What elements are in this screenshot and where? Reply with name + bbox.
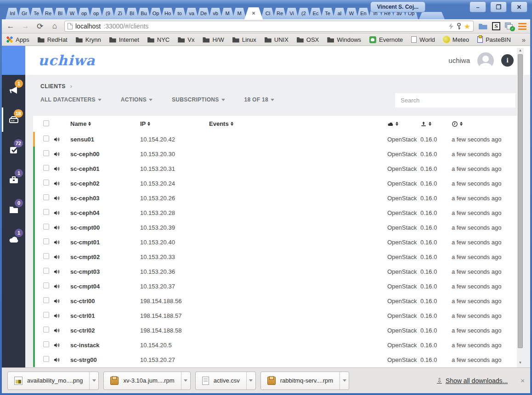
bookmark-item[interactable]: World xyxy=(411,36,435,43)
browser-tab[interactable]: Te xyxy=(321,7,334,19)
row-checkbox[interactable] xyxy=(43,135,49,141)
row-checkbox[interactable] xyxy=(43,356,49,362)
sidebar-item-aggregates[interactable]: 1 xyxy=(2,164,25,194)
browser-tab[interactable]: Inl xyxy=(6,7,19,19)
client-name[interactable]: sc-instack xyxy=(70,342,140,349)
bookmark-item[interactable]: Meteo xyxy=(443,36,469,43)
silence-icon[interactable] xyxy=(53,254,70,260)
download-menu-caret[interactable] xyxy=(340,372,349,389)
silence-icon[interactable] xyxy=(53,209,70,216)
silence-icon[interactable] xyxy=(53,180,70,187)
back-icon[interactable]: ← xyxy=(6,22,16,31)
bookmark-item[interactable]: Evernote xyxy=(369,36,403,43)
silence-icon[interactable] xyxy=(53,195,70,202)
bookmark-item[interactable]: Krynn xyxy=(76,36,101,43)
download-item[interactable]: rabbitmq-serv....rpm xyxy=(260,372,349,390)
silence-icon[interactable] xyxy=(53,224,70,231)
silence-icon[interactable] xyxy=(53,283,70,290)
client-row[interactable]: sc-cmpt00 10.153.20.39 OpenStack 0.16.0 … xyxy=(33,220,517,235)
client-row[interactable]: sc-cmpt02 10.153.20.33 OpenStack 0.16.0 … xyxy=(33,249,517,264)
column-name[interactable]: Name xyxy=(70,120,140,127)
select-all-checkbox[interactable] xyxy=(43,120,49,126)
home-icon[interactable]: ⌂ xyxy=(50,22,60,31)
client-row[interactable]: sc-ctrl02 198.154.188.58 OpenStack 0.16.… xyxy=(33,323,517,338)
browser-tab[interactable]: W xyxy=(345,7,358,19)
client-name[interactable]: sc-strg00 xyxy=(70,356,140,363)
client-name[interactable]: sc-ctrl00 xyxy=(70,298,140,305)
browser-menu-icon[interactable] xyxy=(518,23,526,30)
sidebar-item-checks[interactable]: 72 xyxy=(2,135,25,164)
browser-tab[interactable]: Ho xyxy=(161,7,175,19)
column-datacenter[interactable] xyxy=(387,121,420,127)
scroll-down-icon[interactable]: ▼ xyxy=(519,360,522,366)
client-name[interactable]: sc-ceph02 xyxy=(70,180,140,187)
row-checkbox[interactable] xyxy=(43,253,49,259)
row-checkbox[interactable] xyxy=(43,180,49,186)
browser-tab[interactable]: va xyxy=(185,7,198,19)
sidebar-item-stashes[interactable]: 0 xyxy=(2,194,25,224)
browser-tab[interactable]: Bl xyxy=(125,7,139,19)
client-row[interactable]: sc-ceph02 10.153.20.24 OpenStack 0.16.0 … xyxy=(33,176,517,191)
browser-tab[interactable]: (2 xyxy=(297,7,311,19)
bookmark-item[interactable]: Linux xyxy=(232,36,256,43)
browser-tab[interactable]: to xyxy=(173,7,187,19)
minimize-button[interactable]: – xyxy=(470,1,486,12)
silence-icon[interactable] xyxy=(53,151,70,158)
silence-icon[interactable] xyxy=(53,342,70,349)
filter-datacenters[interactable]: ALL DATACENTERS xyxy=(40,96,102,103)
download-item[interactable]: xv-3.10a.jum....rpm xyxy=(103,372,190,390)
browser-tab[interactable]: Re xyxy=(273,7,287,19)
column-ip[interactable]: IP xyxy=(140,120,209,127)
row-checkbox[interactable] xyxy=(43,327,49,333)
silence-icon[interactable] xyxy=(53,298,70,305)
bookmark-item[interactable]: NYC xyxy=(147,36,170,43)
browser-tab[interactable]: op xyxy=(89,7,103,19)
column-version[interactable] xyxy=(420,121,452,127)
bookmark-item[interactable]: Apps xyxy=(6,36,29,43)
client-row[interactable]: sc-cmpt04 10.153.20.37 OpenStack 0.16.0 … xyxy=(33,279,517,293)
browser-tab[interactable]: M xyxy=(221,7,234,19)
client-name[interactable]: sc-ctrl02 xyxy=(70,327,140,334)
breadcrumb-current[interactable]: CLIENTS xyxy=(40,83,66,90)
client-name[interactable]: sc-cmpt02 xyxy=(70,254,140,260)
client-row[interactable]: sc-cmpt01 10.153.20.40 OpenStack 0.16.0 … xyxy=(33,235,517,249)
row-checkbox[interactable] xyxy=(43,282,49,288)
browser-tab[interactable]: De xyxy=(197,7,210,19)
filter-actions[interactable]: ACTIONS xyxy=(121,96,153,103)
silence-icon[interactable] xyxy=(53,327,70,334)
browser-tab[interactable]: al xyxy=(333,7,346,19)
download-menu-caret[interactable] xyxy=(89,372,98,389)
browser-tab[interactable]: Bu xyxy=(137,7,151,19)
scroll-up-icon[interactable]: ▲ xyxy=(519,48,522,53)
key-icon[interactable] xyxy=(457,23,461,30)
filter-subscriptions[interactable]: SUBSCRIPTIONS xyxy=(172,96,225,103)
sidebar-item-datacenters[interactable]: 1 xyxy=(2,224,25,254)
bookmarks-overflow-icon[interactable]: » xyxy=(522,36,526,44)
browser-tab[interactable]: Vi xyxy=(285,7,299,19)
row-checkbox[interactable] xyxy=(43,165,49,171)
sidebar-item-clients[interactable]: 18 xyxy=(2,105,25,135)
silence-icon[interactable] xyxy=(53,312,70,319)
download-menu-caret[interactable] xyxy=(181,372,190,389)
silence-icon[interactable] xyxy=(53,268,70,275)
row-checkbox[interactable] xyxy=(43,341,49,347)
active-tab[interactable]: × xyxy=(244,7,263,19)
client-name[interactable]: sc-cmpt04 xyxy=(70,283,140,290)
filter-count[interactable]: 18 OF 18 xyxy=(244,96,274,103)
column-events[interactable]: Events xyxy=(209,120,387,127)
client-row[interactable]: sc-cmpt03 10.153.20.36 OpenStack 0.16.0 … xyxy=(33,264,517,279)
browser-tab[interactable]: Bl xyxy=(53,7,67,19)
client-row[interactable]: sc-ceph04 10.153.20.28 OpenStack 0.16.0 … xyxy=(33,205,517,220)
bookmark-star-icon[interactable]: ★ xyxy=(464,22,470,31)
row-checkbox[interactable] xyxy=(43,150,49,156)
browser-tab[interactable]: Cl xyxy=(261,7,275,19)
client-name[interactable]: sc-ceph01 xyxy=(70,165,140,172)
reload-icon[interactable]: ⟳ xyxy=(35,22,45,31)
row-checkbox[interactable] xyxy=(43,238,49,244)
browser-tab[interactable]: (9 xyxy=(101,7,115,19)
bookmark-item[interactable]: Vx xyxy=(178,36,194,43)
bookmark-item[interactable]: Windows xyxy=(327,36,361,43)
browser-tab[interactable]: Te xyxy=(29,7,43,19)
row-checkbox[interactable] xyxy=(43,224,49,230)
browser-tab[interactable]: W xyxy=(65,7,79,19)
